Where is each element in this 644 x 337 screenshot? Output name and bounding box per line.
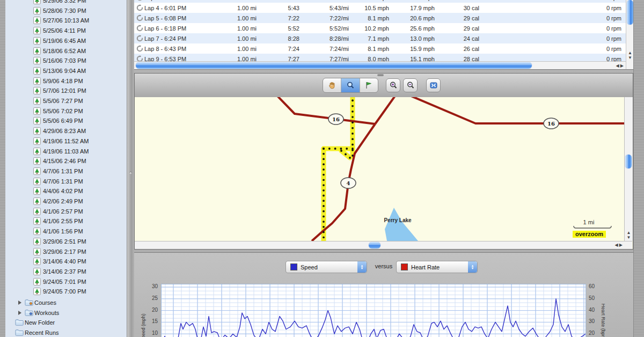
zoom-tool-button[interactable] [341,78,360,92]
sidebar-run-item[interactable]: 4/7/06 1:31 PM [33,166,83,176]
map-view[interactable]: Perry Lake [135,97,624,241]
zoom-out-icon [406,81,415,90]
map-hscroll-arrows[interactable]: ◀ ▶ [614,243,623,247]
zoom-fit-button[interactable] [426,78,441,92]
right-series-popup[interactable]: Heart Rate ▲▼ [396,261,478,273]
run-item-label: 4/1/06 1:56 PM [43,228,83,235]
svg-text:4: 4 [347,180,350,186]
left-series-popup[interactable]: Speed ▲▼ [286,261,367,273]
lap-table[interactable]: Lap 3 - 5:54 PM1.00 mi5:235:23/mi11.1 mp… [134,0,633,70]
sidebar-run-item[interactable]: 4/1/06 2:55 PM [33,216,83,226]
table-vertical-scrollbar[interactable]: ▲▼ [626,0,633,69]
run-icon [33,217,41,225]
toolbar-handle[interactable] [377,74,384,76]
folder-icon [15,319,24,326]
run-icon [33,268,41,275]
sidebar-source-list[interactable]: 5/29/06 3:32 PM5/28/06 7:30 PM5/27/06 10… [5,0,127,337]
map-panel: Perry Lake [134,73,633,250]
sidebar-run-item[interactable]: 5/13/06 9:04 AM [33,66,86,76]
sidebar-run-item[interactable]: 4/19/06 11:03 AM [33,146,89,156]
sidebar-folder-recent-runs[interactable]: Recent Runs [15,328,59,337]
sidebar-run-item[interactable]: 5/29/06 3:32 PM [33,0,86,5]
sidebar-run-item[interactable]: 4/1/06 1:56 PM [33,226,83,236]
sidebar-run-item[interactable]: 5/18/06 6:52 AM [33,46,86,56]
run-icon [33,117,41,124]
heart-rate-series-swatch [401,263,408,270]
lap-distance: 1.00 mi [215,15,257,21]
lap-distance: 1.00 mi [215,46,257,52]
sidebar-run-item[interactable]: 9/24/05 7:01 PM [33,277,86,287]
map-horizontal-scrollbar[interactable]: ◀ ▶ [135,241,632,249]
pan-tool-button[interactable] [323,78,341,92]
lap-table-row[interactable]: Lap 7 - 6:24 PM1.00 mi8:288:28/mi7.1 mph… [134,33,626,43]
sidebar-run-item[interactable]: 4/4/06 4:02 PM [33,186,83,196]
lap-max-speed: 17.9 mph [391,5,435,11]
map-hscroll-thumb[interactable] [369,242,380,248]
table-hscroll-thumb[interactable] [136,62,532,69]
table-vscroll-thumb[interactable] [627,0,633,25]
sidebar-run-item[interactable]: 5/19/06 6:45 AM [33,36,86,46]
lap-calories: 29 cal [437,15,479,21]
lap-table-row[interactable]: Lap 8 - 6:43 PM1.00 mi7:247:24/mi8.1 mph… [134,43,626,54]
sidebar-run-item[interactable]: 4/7/06 1:31 PM [33,177,83,186]
run-item-label: 5/18/06 6:52 AM [43,48,86,54]
sidebar-run-item[interactable]: 5/25/06 4:11 PM [33,26,86,35]
highway-shield-4: 4 [341,178,356,188]
sidebar-run-item[interactable]: 3/29/06 2:51 PM [33,237,86,246]
sidebar-run-item[interactable]: 5/5/06 7:27 PM [33,96,83,106]
sidebar-run-item[interactable]: 4/2/06 2:49 PM [33,196,83,206]
map-vscroll-arrows[interactable]: ▲▼ [625,230,633,240]
sidebar-run-item[interactable]: 5/27/06 10:13 AM [33,16,89,25]
lap-avg-speed: 7.1 mph [349,35,389,42]
zoom-in-button[interactable] [386,78,400,92]
lap-pace: 7:24/mi [301,46,349,52]
versus-label: versus [371,263,396,269]
sidebar-folder-new-folder[interactable]: New Folder [15,318,55,327]
disclosure-triangle-icon[interactable] [17,300,23,305]
sidebar-folder-workouts[interactable]: Workouts [17,308,59,318]
disclosure-triangle-icon[interactable] [17,310,23,316]
sidebar-run-item[interactable]: 5/5/06 6:49 PM [33,116,83,126]
table-horizontal-scrollbar[interactable]: ◀ ▶ [134,61,626,70]
lap-table-row[interactable]: Lap 6 - 6:18 PM1.00 mi5:525:52/mi10.2 mp… [134,23,626,33]
run-item-label: 9/24/05 7:01 PM [43,279,86,285]
table-hscroll-arrows[interactable]: ◀ ▶ [616,63,624,68]
run-item-label: 3/14/06 2:37 PM [43,268,86,275]
lap-cadence: 0 rpm [558,5,621,11]
sidebar-run-item[interactable]: 5/28/06 7:30 PM [33,6,86,16]
sidebar-run-item[interactable]: 5/9/06 4:18 PM [33,76,83,86]
sidebar-run-item[interactable]: 5/16/06 7:03 PM [33,56,86,65]
sidebar-run-item[interactable]: 4/19/06 11:52 AM [33,136,89,146]
sidebar-run-item[interactable]: 3/29/06 2:17 PM [33,247,86,257]
lap-cadence: 0 rpm [558,15,621,21]
run-item-label: 4/1/06 2:55 PM [43,218,83,224]
sidebar-run-item[interactable]: 5/5/06 7:02 PM [33,106,83,116]
map-vertical-scrollbar[interactable]: ▲▼ [624,97,633,241]
map-vscroll-thumb[interactable] [625,155,632,169]
right-tick-label: 30 [589,318,603,324]
splitter-grip-icon[interactable] [129,172,132,174]
zoom-out-button[interactable] [403,78,418,92]
run-item-label: 9/24/05 7:00 PM [43,288,86,295]
lap-max-speed: 25.6 mph [391,25,435,32]
series-line-speed [162,299,586,337]
sidebar-run-item[interactable]: 4/15/06 2:46 PM [33,156,86,166]
sidebar-run-item[interactable]: 3/14/06 2:37 PM [33,267,86,276]
table-vscroll-arrows[interactable]: ▲▼ [626,50,633,60]
lap-table-row[interactable]: Lap 5 - 6:08 PM1.00 mi7:227:22/mi8.1 mph… [134,13,626,23]
left-tick-label: 30 [144,283,158,289]
sidebar-run-item[interactable]: 5/7/06 12:01 PM [33,86,86,96]
lap-time: 5:43 [263,5,299,11]
run-item-label: 5/16/06 7:03 PM [43,57,86,64]
sidebar-run-item[interactable]: 3/14/06 4:40 PM [33,257,86,266]
sidebar-run-item[interactable]: 4/29/06 8:23 AM [33,126,86,136]
run-icon [33,208,41,215]
flag-tool-button[interactable] [360,78,378,92]
run-item-label: 5/29/06 3:32 PM [43,0,86,4]
lap-table-row[interactable]: Lap 4 - 6:01 PM1.00 mi5:435:43/mi10.5 mp… [134,3,626,13]
sidebar-folder-courses[interactable]: Courses [17,298,56,307]
svg-text:1 mi: 1 mi [583,219,595,225]
sidebar-run-item[interactable]: 4/1/06 2:57 PM [33,207,83,216]
overzoom-label: overzoom [575,231,603,237]
sidebar-run-item[interactable]: 9/24/05 7:00 PM [33,287,86,296]
